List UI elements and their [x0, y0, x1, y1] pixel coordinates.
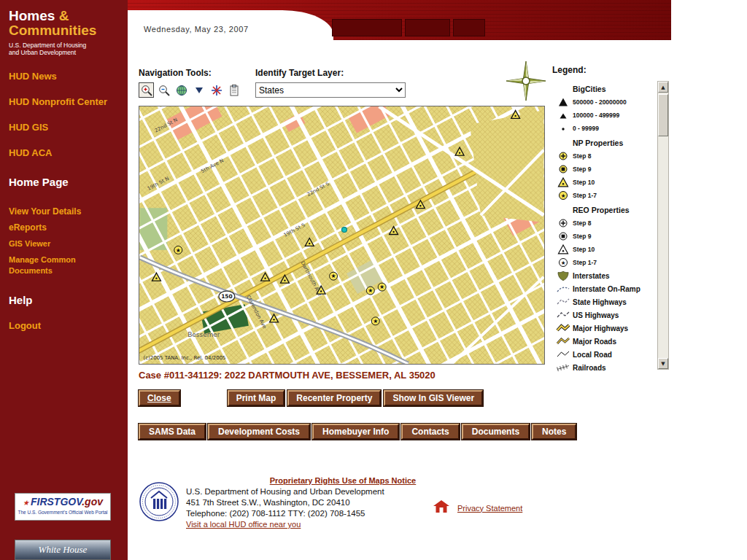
legend-item: Railroads — [554, 361, 656, 374]
banner-nav-box[interactable] — [405, 19, 450, 36]
identify-arrow-icon[interactable] — [191, 82, 206, 98]
navigation-toolbar — [139, 82, 241, 98]
city-label: Bessemer — [187, 331, 220, 338]
privacy-area: Privacy Statement — [433, 499, 522, 516]
scrollbar-thumb[interactable] — [658, 94, 668, 136]
onramp-icon — [554, 284, 573, 294]
recenter-property-button[interactable]: Recenter Property — [287, 390, 381, 406]
home-icon — [433, 499, 450, 516]
sidebar-item-help[interactable]: Help — [9, 295, 119, 306]
svg-text:★: ★ — [176, 247, 181, 254]
layer-select[interactable]: States — [255, 82, 406, 98]
banner-nav-box[interactable] — [453, 19, 485, 36]
sidebar-item-logout[interactable]: Logout — [9, 320, 119, 331]
sidebar-item-manage-common-documents[interactable]: Manage Common Documents — [9, 254, 119, 276]
legend-item: Major Highways — [554, 322, 656, 335]
target-property-dot[interactable] — [342, 228, 347, 233]
address-line: 451 7th Street S.W., Washington, DC 2041… — [186, 497, 384, 508]
map-image[interactable]: 22nd St N5th Ave N19th St N22nd St S19th… — [139, 106, 545, 365]
np-tri-icon — [554, 177, 573, 187]
reo-star-icon: ★ — [554, 257, 573, 268]
legend-item: Interstate On-Ramp — [554, 282, 656, 295]
tab-documents[interactable]: Documents — [462, 424, 530, 440]
legend-item: Step 8 — [554, 217, 656, 230]
clipboard-icon[interactable] — [226, 82, 241, 98]
maps-notice-link[interactable]: Proprietary Rights Use of Maps Notice — [270, 476, 417, 485]
reo-cross-icon — [554, 218, 573, 228]
legend-label: Step 9 — [573, 233, 592, 240]
sidebar-item-hud-aca[interactable]: HUD ACA — [9, 147, 119, 158]
sidebar-nav: HUD NewsHUD Nonprofit CenterHUD GISHUD A… — [0, 71, 128, 331]
property-marker-star[interactable]: ★ — [366, 287, 374, 295]
banner-nav-box[interactable] — [332, 19, 402, 36]
legend-label: State Highways — [573, 298, 627, 306]
print-map-button[interactable]: Print Map — [228, 390, 285, 406]
sidebar: Homes & Communities U.S. Department of H… — [0, 0, 128, 560]
scroll-down-button[interactable]: ▼ — [658, 358, 668, 369]
legend-item: 100000 - 499999 — [554, 109, 656, 122]
sidebar-item-hud-nonprofit-center[interactable]: HUD Nonprofit Center — [9, 96, 119, 107]
property-marker-star[interactable]: ★ — [330, 272, 338, 280]
legend-label: 0 - 99999 — [573, 125, 599, 132]
svg-text:★: ★ — [561, 192, 566, 199]
legend-item: 500000 - 20000000 — [554, 96, 656, 109]
tab-homebuyer-info[interactable]: Homebuyer Info — [312, 424, 399, 440]
logo-title: Homes & — [9, 9, 119, 23]
tri-lg-icon — [554, 97, 573, 107]
sidebar-item-home-page[interactable]: Home Page — [9, 176, 119, 187]
tab-notes[interactable]: Notes — [532, 424, 576, 440]
legend-label: Step 9 — [573, 166, 592, 173]
svg-text:★: ★ — [561, 260, 566, 266]
show-in-gis-viewer-button[interactable]: Show In GIS Viewer — [384, 390, 483, 406]
shield-icon — [554, 271, 573, 281]
tabs-row: SAMS DataDevelopment CostsHomebuyer Info… — [139, 424, 576, 440]
sidebar-item-view-your-details[interactable]: View Your Details — [9, 206, 119, 217]
legend-item: Major Roads — [554, 335, 656, 348]
legend-label: Step 10 — [573, 246, 595, 253]
legend-item: Local Road — [554, 348, 656, 361]
svg-text:★: ★ — [331, 273, 336, 279]
logo-subtitle: U.S. Department of Housing and Urban Dev… — [9, 42, 88, 56]
sidebar-item-hud-gis[interactable]: HUD GIS — [9, 122, 119, 133]
full-extent-globe-icon[interactable] — [174, 82, 189, 98]
legend-group-bigcities: BigCities — [554, 82, 656, 96]
firstgov-name: FIRSTGOV — [31, 496, 82, 508]
map-copyright: (c)2005 TANA, Inc., Rel. 04/2005 — [144, 355, 226, 361]
scroll-up-button[interactable]: ▲ — [658, 82, 668, 93]
property-marker-star[interactable]: ★ — [378, 283, 386, 291]
logo-title-2: Communities — [9, 23, 119, 38]
railroad-icon — [554, 362, 573, 373]
np-square-icon — [554, 164, 573, 174]
legend-item: Step 10 — [554, 243, 656, 256]
sidebar-item-ereports[interactable]: eReports — [9, 222, 119, 233]
route-150-shield: 150 — [219, 291, 235, 302]
legend-item: Step 8 — [554, 149, 656, 163]
firstgov-tagline: The U.S. Government's Official Web Porta… — [15, 510, 110, 515]
sidebar-item-gis-viewer[interactable]: GIS Viewer — [9, 238, 119, 249]
tab-sams-data[interactable]: SAMS Data — [139, 424, 206, 440]
legend-label: Step 1-7 — [573, 259, 597, 266]
privacy-statement-link[interactable]: Privacy Statement — [457, 504, 522, 513]
tab-development-costs[interactable]: Development Costs — [208, 424, 310, 440]
close-button[interactable]: Close — [139, 390, 180, 406]
main-content: Navigation Tools: Identify Target Layer:… — [128, 40, 747, 560]
firstgov-logo[interactable]: ★FIRSTGOV.gov The U.S. Government's Offi… — [15, 493, 111, 521]
reo-square-icon — [554, 231, 573, 241]
legend-group-reo-properties: REO Properties — [554, 203, 656, 217]
property-marker-star[interactable]: ★ — [174, 246, 182, 254]
property-marker-star[interactable]: ★ — [371, 317, 379, 325]
whitehouse-image[interactable]: White House — [15, 540, 111, 560]
clear-selection-star-icon[interactable] — [209, 82, 224, 98]
zoom-in-icon[interactable] — [139, 82, 154, 98]
dot-icon — [554, 123, 573, 133]
compass-rose-icon — [506, 61, 546, 104]
address-line: U.S. Department of Housing and Urban Dev… — [186, 486, 384, 497]
visit-hud-office-link[interactable]: Visit a local HUD office near you — [186, 520, 301, 529]
legend-scrollbar[interactable]: ▲ ▼ — [657, 81, 669, 370]
zoom-out-icon[interactable] — [156, 82, 171, 98]
legend-title: Legend: — [552, 65, 587, 75]
sidebar-item-hud-news[interactable]: HUD News — [9, 71, 119, 82]
tab-contacts[interactable]: Contacts — [401, 424, 459, 440]
address-line: Telephone: (202) 708-1112 TTY: (202) 708… — [186, 508, 384, 519]
reo-tri-icon — [554, 244, 573, 254]
